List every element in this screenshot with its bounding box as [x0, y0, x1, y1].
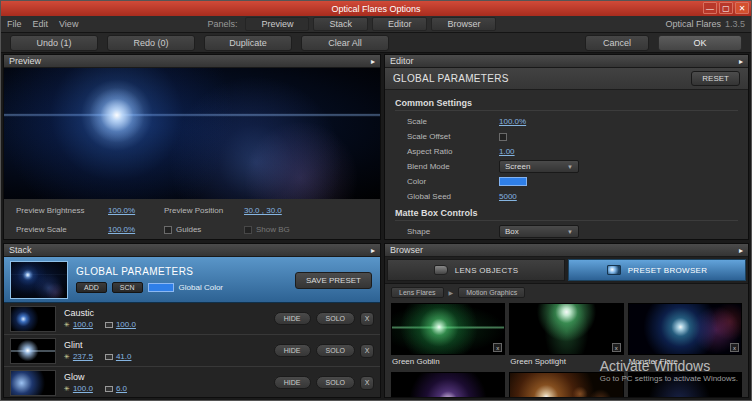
preview-flare-image[interactable] [4, 68, 380, 199]
undo-button[interactable]: Undo (1) [10, 35, 98, 51]
add-button[interactable]: ADD [76, 282, 107, 293]
panel-tab-browser[interactable]: Browser [431, 17, 496, 31]
chevron-down-icon: ▼ [567, 229, 573, 235]
cancel-button[interactable]: Cancel [585, 35, 649, 51]
global-seed-value[interactable]: 5000 [499, 192, 517, 201]
scale-offset-checkbox[interactable] [499, 133, 507, 141]
browser-tabs: LENS OBJECTS PRESET BROWSER [385, 257, 748, 284]
aspect-ratio-value[interactable]: 1.00 [499, 147, 515, 156]
brightness-icon: ✳ [64, 321, 70, 329]
delete-icon[interactable]: X [360, 312, 374, 326]
panel-collapse-icon[interactable]: ▸ [739, 246, 743, 255]
stack-item-glint[interactable]: Glint ✳237.5 41.0 HIDE SOLO X [4, 335, 380, 367]
brightness-value[interactable]: 237.5 [73, 352, 93, 361]
tab-lens-objects[interactable]: LENS OBJECTS [387, 259, 565, 281]
clear-all-button[interactable]: Clear All [301, 35, 389, 51]
preset-delete-icon[interactable]: x [612, 343, 621, 352]
editor-panel: Editor ▸ GLOBAL PARAMETERS RESET Common … [384, 54, 749, 240]
scale-value[interactable]: 100.0 [116, 320, 136, 329]
preset-thumbnail[interactable] [509, 372, 623, 397]
preset-delete-icon[interactable]: x [730, 343, 739, 352]
menu-file[interactable]: File [7, 19, 22, 29]
preview-position-value[interactable]: 30.0 , 30.0 [244, 206, 374, 215]
preview-brightness-value[interactable]: 100.0% [108, 206, 164, 215]
panel-collapse-icon[interactable]: ▸ [739, 57, 743, 66]
reset-button[interactable]: RESET [691, 71, 740, 86]
stack-global-row[interactable]: GLOBAL PARAMETERS ADD SCN Global Color S… [4, 257, 380, 303]
close-icon[interactable]: ✕ [735, 2, 749, 14]
stack-item-caustic[interactable]: Caustic ✳100.0 100.0 HIDE SOLO X [4, 303, 380, 335]
titlebar: Optical Flares Options — ▢ ✕ [1, 1, 751, 16]
panel-tab-stack[interactable]: Stack [313, 17, 368, 31]
blend-mode-dropdown[interactable]: Screen ▼ [499, 160, 579, 173]
solo-button[interactable]: SOLO [316, 312, 355, 325]
brightness-value[interactable]: 100.0 [73, 320, 93, 329]
blend-mode-value: Screen [505, 162, 530, 171]
global-parameters-thumbnail [10, 261, 68, 299]
preset-thumbnail[interactable]: x [509, 303, 623, 355]
panel-collapse-icon[interactable]: ▸ [371, 57, 375, 66]
stack-item-glow[interactable]: Glow ✳100.0 6.0 HIDE SOLO X [4, 367, 380, 398]
hide-button[interactable]: HIDE [274, 344, 311, 357]
stack-item-thumbnail [10, 306, 56, 332]
preview-controls: Preview Brightness 100.0% Preview Positi… [4, 199, 380, 239]
guides-checkbox[interactable] [164, 226, 172, 234]
preview-panel-title: Preview [9, 56, 41, 66]
scn-button[interactable]: SCN [112, 282, 143, 293]
panel-tab-editor[interactable]: Editor [372, 17, 428, 31]
redo-button[interactable]: Redo (0) [107, 35, 195, 51]
preset-green-goblin[interactable]: x Green Goblin [391, 303, 505, 368]
global-color-label: Global Color [179, 283, 223, 292]
preset-thumbnail[interactable] [391, 372, 505, 397]
duplicate-button[interactable]: Duplicate [204, 35, 292, 51]
ok-button[interactable]: OK [658, 35, 742, 51]
window-controls: — ▢ ✕ [703, 2, 749, 14]
panel-tab-preview[interactable]: Preview [245, 17, 309, 31]
browser-panel-title: Browser [390, 245, 423, 255]
menu-view[interactable]: View [59, 19, 78, 29]
preset-monster-flare[interactable]: x Monster Flare [628, 303, 742, 368]
preset-browser-icon [607, 265, 621, 275]
maximize-icon[interactable]: ▢ [719, 2, 733, 14]
preset-green-spotlight[interactable]: x Green Spotlight [509, 303, 623, 368]
editor-panel-title: Editor [390, 56, 414, 66]
preset-row2-1[interactable] [391, 372, 505, 397]
editor-row-scale-offset: Scale Offset [385, 129, 748, 144]
breadcrumb-lens-flares[interactable]: Lens Flares [391, 287, 444, 298]
preview-panel: Preview ▸ Preview Brightness 100.0% Prev… [3, 54, 381, 240]
lens-objects-icon [434, 265, 448, 275]
scale-value[interactable]: 100.0% [499, 117, 526, 126]
hide-button[interactable]: HIDE [274, 376, 311, 389]
color-swatch[interactable] [499, 177, 527, 186]
preset-thumbnail[interactable]: x [391, 303, 505, 355]
color-label: Color [407, 177, 499, 186]
global-color-swatch[interactable] [148, 283, 174, 292]
preset-delete-icon[interactable]: x [493, 343, 502, 352]
stack-item-thumbnail [10, 370, 56, 396]
hide-button[interactable]: HIDE [274, 312, 311, 325]
minimize-icon[interactable]: — [703, 2, 717, 14]
preset-row2-2[interactable] [509, 372, 623, 397]
tab-preset-browser[interactable]: PRESET BROWSER [568, 259, 746, 281]
preview-scale-value[interactable]: 100.0% [108, 225, 164, 234]
menu-edit[interactable]: Edit [33, 19, 49, 29]
save-preset-button[interactable]: SAVE PRESET [295, 272, 372, 289]
delete-icon[interactable]: X [360, 344, 374, 358]
preset-row2-3[interactable] [628, 372, 742, 397]
brightness-value[interactable]: 100.0 [73, 384, 93, 393]
breadcrumb-motion-graphics[interactable]: Motion Graphics [458, 287, 525, 298]
panel-collapse-icon[interactable]: ▸ [371, 246, 375, 255]
preview-position-label: Preview Position [164, 206, 244, 215]
shape-dropdown[interactable]: Box ▼ [499, 225, 579, 238]
preset-thumbnail[interactable] [628, 372, 742, 397]
preset-thumbnail[interactable]: x [628, 303, 742, 355]
solo-button[interactable]: SOLO [316, 376, 355, 389]
scale-value[interactable]: 6.0 [116, 384, 127, 393]
scale-value[interactable]: 41.0 [116, 352, 132, 361]
solo-button[interactable]: SOLO [316, 344, 355, 357]
delete-icon[interactable]: X [360, 376, 374, 390]
blend-mode-label: Blend Mode [407, 162, 499, 171]
stack-item-name: Glint [64, 340, 131, 350]
show-bg-checkbox[interactable] [244, 226, 252, 234]
stack-item-thumbnail [10, 338, 56, 364]
